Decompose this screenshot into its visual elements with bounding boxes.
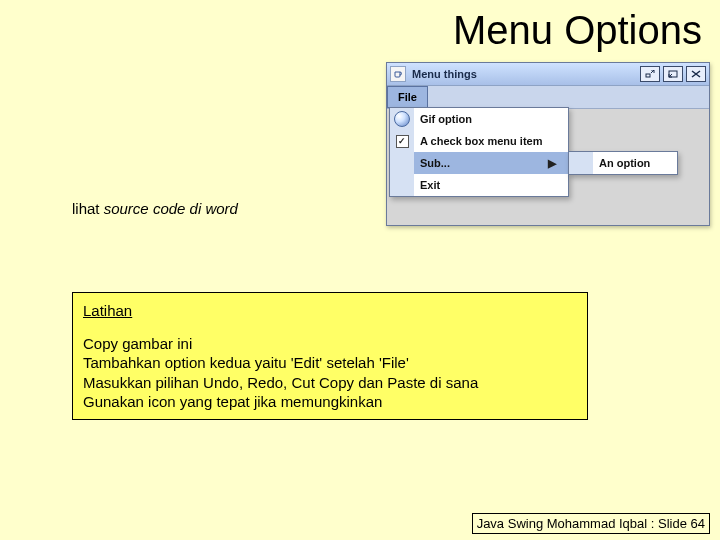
svg-rect-0	[646, 74, 650, 77]
window-title: Menu things	[412, 68, 477, 80]
menubar: File	[387, 86, 709, 109]
note-prefix: lihat	[72, 200, 104, 217]
submenu-popup: An option	[568, 151, 678, 175]
menu-item-label: A check box menu item	[420, 135, 542, 147]
note-italic: source code di word	[104, 200, 238, 217]
maximize-button[interactable]	[663, 66, 683, 82]
menu-popup-file: Gif option ✓ A check box menu item Sub..…	[389, 107, 569, 197]
exercise-box: Latihan Copy gambar ini Tambahkan option…	[72, 292, 588, 420]
menu-item-label: Sub...	[420, 157, 450, 169]
menu-item-label: Gif option	[420, 113, 472, 125]
exit-icon-slot	[390, 174, 414, 196]
submenu-icon-slot	[390, 152, 414, 174]
java-cup-icon	[390, 66, 406, 82]
menu-item-exit[interactable]: Exit	[390, 174, 568, 196]
titlebar: Menu things	[387, 63, 709, 86]
note-text: lihat source code di word	[72, 200, 238, 217]
iconify-button[interactable]	[640, 66, 660, 82]
option-icon-slot	[569, 152, 593, 174]
menu-item-sub[interactable]: Sub... ▶	[390, 152, 568, 174]
exercise-title: Latihan	[83, 301, 577, 320]
menu-item-label: An option	[599, 157, 650, 169]
exercise-line: Gunakan icon yang tepat jika memungkinka…	[83, 392, 577, 411]
exercise-line: Tambahkan option kedua yaitu 'Edit' sete…	[83, 353, 577, 372]
menu-item-checkbox[interactable]: ✓ A check box menu item	[390, 130, 568, 152]
gif-icon	[390, 108, 414, 130]
menu-item-label: Exit	[420, 179, 440, 191]
window-controls	[640, 66, 706, 82]
exercise-line: Copy gambar ini	[83, 334, 577, 353]
exercise-line: Masukkan pilihan Undo, Redo, Cut Copy da…	[83, 373, 577, 392]
menu-file[interactable]: File	[387, 86, 428, 108]
slide-footer: Java Swing Mohammad Iqbal : Slide 64	[472, 513, 710, 534]
checkbox-icon: ✓	[390, 130, 414, 152]
chevron-right-icon: ▶	[548, 157, 556, 170]
close-button[interactable]	[686, 66, 706, 82]
page-title: Menu Options	[453, 8, 702, 53]
swing-window: Menu things File Gif option ✓ A check	[386, 62, 710, 226]
menu-item-gif-option[interactable]: Gif option	[390, 108, 568, 130]
submenu-item-an-option[interactable]: An option	[569, 152, 677, 174]
